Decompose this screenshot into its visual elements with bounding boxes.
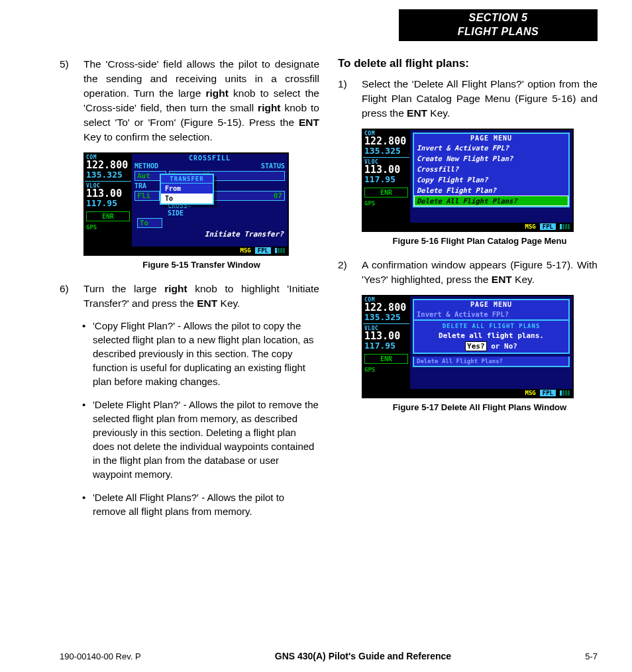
delete-all-heading: To delete all flight plans: bbox=[338, 57, 598, 70]
section-line2: FLIGHT PLANS bbox=[399, 25, 598, 39]
step-text: Turn the large right knob to highlight '… bbox=[83, 282, 319, 311]
gps-right-screen: PAGE MENU Invert & Activate FPL? DELETE … bbox=[409, 296, 572, 397]
section-banner: SECTION 5 FLIGHT PLANS bbox=[399, 9, 598, 41]
footer-rev: 190-00140-00 Rev. P bbox=[60, 651, 141, 661]
left-column: 5) The 'Cross-side' field allows the pil… bbox=[60, 57, 319, 528]
step-number: 6) bbox=[60, 282, 76, 311]
gps-screen-transfer: COM 122.800 135.325 VLOC 113.00 117.95 E… bbox=[83, 152, 289, 256]
step-number: 2) bbox=[338, 258, 354, 287]
step-text: The 'Cross-side' field allows the pilot … bbox=[83, 57, 319, 144]
figure-5-17-caption: Figure 5-17 Delete All Flight Plans Wind… bbox=[362, 402, 598, 412]
main-content: 5) The 'Cross-side' field allows the pil… bbox=[60, 57, 598, 528]
page-menu-dim-bottom: Delete All Flight Plans? bbox=[413, 357, 570, 367]
step-text: A confirmation window appears (Figure 5-… bbox=[362, 258, 598, 287]
gps-footer: MSG FPL bbox=[410, 223, 572, 231]
section-line1: SECTION 5 bbox=[399, 11, 598, 25]
step-5: 5) The 'Cross-side' field allows the pil… bbox=[60, 57, 319, 144]
gps-footer: MSG FPL bbox=[410, 389, 572, 397]
step-number: 1) bbox=[338, 77, 354, 121]
yes-no-prompt: Yes? or No? bbox=[415, 342, 567, 351]
gps-right-screen: CROSSFILL METHOD STATUS Aut Not Avail TR… bbox=[131, 154, 288, 254]
figure-5-17: COM 122.800 135.325 VLOC 113.00 117.95 E… bbox=[362, 295, 574, 398]
step-6: 6) Turn the large right knob to highligh… bbox=[60, 282, 319, 311]
gps-footer: MSG FPL bbox=[132, 247, 288, 254]
footer-page-number: 5-7 bbox=[585, 651, 598, 661]
step-text: Select the 'Delete All Flight Plans?' op… bbox=[362, 77, 598, 121]
bullet-item: 'Copy Flight Plan?' - Allows the pilot t… bbox=[82, 319, 319, 388]
step-number: 5) bbox=[60, 57, 76, 144]
step-2-right: 2) A confirmation window appears (Figure… bbox=[338, 258, 598, 287]
delete-confirm-box: DELETE ALL FLIGHT PLANS Delete all fligh… bbox=[413, 319, 570, 354]
gps-right-screen: PAGE MENU Invert & Activate FPL? Create … bbox=[409, 130, 572, 231]
step-1-right: 1) Select the 'Delete All Flight Plans?'… bbox=[338, 77, 598, 121]
footer-title: GNS 430(A) Pilot's Guide and Reference bbox=[275, 651, 451, 661]
bullet-list: 'Copy Flight Plan?' - Allows the pilot t… bbox=[82, 319, 319, 518]
figure-5-15-caption: Figure 5-15 Transfer Window bbox=[83, 260, 319, 270]
page-menu-dim: PAGE MENU Invert & Activate FPL? bbox=[413, 299, 570, 319]
right-column: To delete all flight plans: 1) Select th… bbox=[338, 57, 598, 528]
gps-left-panel: COM 122.800 135.325 VLOC 113.00 117.95 E… bbox=[363, 296, 409, 397]
figure-5-16: COM 122.800 135.325 VLOC 113.00 117.95 E… bbox=[362, 129, 574, 232]
gps-left-panel: COM 122.800 135.325 VLOC 113.00 117.95 E… bbox=[85, 154, 131, 254]
figure-5-16-caption: Figure 5-16 Flight Plan Catalog Page Men… bbox=[362, 236, 598, 246]
gps-screen-delete-confirm: COM 122.800 135.325 VLOC 113.00 117.95 E… bbox=[362, 295, 574, 398]
figure-5-15: COM 122.800 135.325 VLOC 113.00 117.95 E… bbox=[83, 152, 289, 256]
initiate-transfer-prompt: Initiate Transfer? bbox=[132, 229, 288, 240]
bullet-item: 'Delete All Flight Plans?' - Allows the … bbox=[82, 490, 319, 518]
transfer-popup: TRANSFER From To bbox=[160, 174, 214, 205]
page-footer: 190-00140-00 Rev. P GNS 430(A) Pilot's G… bbox=[60, 651, 598, 661]
gps-screen-page-menu: COM 122.800 135.325 VLOC 113.00 117.95 E… bbox=[362, 129, 574, 232]
gps-left-panel: COM 122.800 135.325 VLOC 113.00 117.95 E… bbox=[363, 130, 409, 231]
page-menu: PAGE MENU Invert & Activate FPL? Create … bbox=[413, 133, 570, 207]
bullet-item: 'Delete Flight Plan?' - Allows the pilot… bbox=[82, 398, 319, 481]
